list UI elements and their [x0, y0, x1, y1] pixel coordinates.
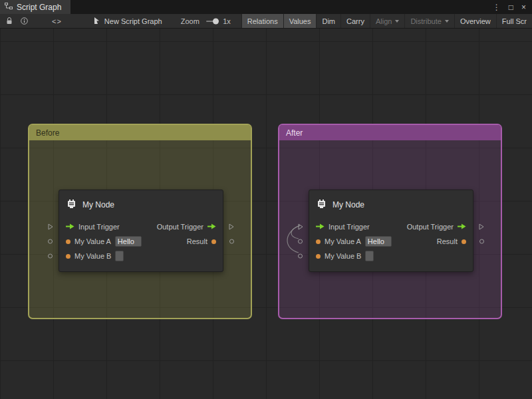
zoom-label: Zoom — [181, 17, 200, 25]
port-row-value-a: My Value A Result — [309, 234, 473, 249]
value-a-port-icon[interactable] — [316, 239, 321, 244]
value-b-ext-port[interactable] — [48, 254, 53, 259]
zoom-slider-knob[interactable] — [213, 18, 219, 24]
value-b-label: My Value B — [74, 252, 111, 260]
window-tab-bar: Script Graph ⋮ □ × — [0, 0, 532, 14]
button-label: Distribute — [410, 17, 441, 25]
group-after-header[interactable]: After — [279, 125, 501, 140]
zoom-slider[interactable] — [206, 21, 217, 22]
node-my-node-after[interactable]: My Node Input Trigger Output Trigger — [309, 190, 473, 272]
input-trigger-label: Input Trigger — [78, 223, 120, 231]
graph-cursor-icon — [94, 17, 100, 26]
port-row-value-b: My Value B — [59, 249, 223, 263]
result-port-icon[interactable] — [462, 239, 466, 244]
node-my-node-before[interactable]: My Node Input Trigger Output Trigger — [59, 190, 223, 272]
graph-name-label: New Script Graph — [104, 17, 162, 25]
output-trigger-ext-port[interactable] — [229, 223, 234, 230]
align-button: Align — [370, 14, 404, 28]
dropdown-caret-icon — [445, 20, 449, 23]
tab-script-graph[interactable]: Script Graph — [0, 0, 70, 14]
toolbar-button-group: Relations Values Dim Carry Align Distrib… — [241, 14, 532, 28]
dim-button[interactable]: Dim — [316, 14, 340, 28]
dropdown-caret-icon — [395, 20, 399, 23]
output-trigger-ext-port[interactable] — [479, 223, 484, 230]
value-a-ext-port[interactable] — [298, 239, 303, 244]
value-a-label: My Value A — [74, 237, 111, 245]
output-trigger-label: Output Trigger — [157, 223, 203, 231]
value-a-input[interactable] — [365, 236, 392, 247]
value-b-input[interactable] — [115, 251, 124, 261]
value-b-input[interactable] — [365, 251, 374, 261]
info-icon[interactable] — [17, 14, 32, 28]
value-b-label: My Value B — [325, 252, 361, 260]
port-row-value-a: My Value A Result — [59, 234, 223, 249]
button-label: Dim — [322, 17, 335, 25]
script-graph-icon — [5, 2, 13, 12]
node-title: My Node — [332, 200, 364, 209]
result-port-icon[interactable] — [211, 239, 216, 244]
output-trigger-label: Output Trigger — [407, 223, 454, 231]
result-label: Result — [187, 237, 207, 245]
window-controls: ⋮ □ × — [493, 0, 532, 14]
result-label: Result — [437, 237, 458, 245]
overview-button[interactable]: Overview — [454, 14, 496, 28]
kebab-menu-icon[interactable]: ⋮ — [493, 3, 501, 11]
close-icon[interactable]: × — [521, 3, 526, 11]
node-header[interactable]: My Node — [309, 190, 473, 219]
group-title: After — [286, 128, 303, 138]
tab-bar-spacer — [70, 0, 492, 14]
input-trigger-label: Input Trigger — [329, 223, 370, 231]
node-icon — [66, 199, 76, 211]
node-header[interactable]: My Node — [59, 190, 223, 219]
carry-button[interactable]: Carry — [340, 14, 370, 28]
node-icon — [317, 199, 327, 211]
flow-in-arrow-icon[interactable] — [316, 223, 325, 231]
port-row-value-b: My Value B — [309, 249, 473, 263]
node-title: My Node — [82, 200, 114, 209]
button-label: Values — [289, 17, 311, 25]
group-title: Before — [36, 128, 59, 138]
value-b-port-icon[interactable] — [316, 254, 321, 259]
button-label: Overview — [460, 17, 491, 25]
input-trigger-ext-port[interactable] — [48, 223, 53, 230]
button-label: Relations — [247, 17, 278, 25]
button-label: Carry — [346, 17, 364, 25]
group-before-header[interactable]: Before — [29, 125, 251, 140]
maximize-icon[interactable]: □ — [509, 3, 513, 11]
value-b-ext-port[interactable] — [298, 254, 303, 259]
zoom-value: 1x — [223, 17, 231, 25]
input-trigger-ext-port[interactable] — [298, 223, 303, 230]
result-ext-port[interactable] — [479, 239, 484, 244]
value-a-ext-port[interactable] — [48, 239, 53, 244]
port-row-trigger: Input Trigger Output Trigger — [59, 219, 223, 234]
flow-out-arrow-icon[interactable] — [207, 223, 216, 231]
relations-button[interactable]: Relations — [241, 14, 283, 28]
graph-canvas[interactable]: Before My Node Input Trigger Output Trig… — [0, 29, 532, 399]
graph-name: New Script Graph — [94, 17, 162, 26]
values-button[interactable]: Values — [283, 14, 317, 28]
button-label: Full Scr — [502, 17, 527, 25]
port-row-trigger: Input Trigger Output Trigger — [309, 219, 473, 234]
value-a-input[interactable] — [115, 236, 142, 247]
node-port-rows: Input Trigger Output Trigger My Value A … — [309, 219, 473, 271]
code-icon[interactable]: <> — [48, 14, 66, 28]
graph-toolbar: <> New Script Graph Zoom 1x Relations Va… — [0, 14, 532, 29]
fullscreen-button[interactable]: Full Scr — [496, 14, 532, 28]
value-a-port-icon[interactable] — [66, 239, 70, 244]
flow-in-arrow-icon[interactable] — [66, 223, 74, 231]
lock-icon[interactable] — [2, 14, 17, 28]
group-before[interactable]: Before My Node Input Trigger Output Trig… — [28, 124, 252, 319]
button-label: Align — [376, 17, 392, 25]
value-b-port-icon[interactable] — [66, 254, 70, 259]
flow-out-arrow-icon[interactable] — [458, 223, 466, 231]
tab-label: Script Graph — [17, 3, 61, 12]
value-a-label: My Value A — [325, 237, 361, 245]
node-port-rows: Input Trigger Output Trigger My Value A … — [59, 219, 223, 271]
result-ext-port[interactable] — [229, 239, 234, 244]
distribute-button: Distribute — [404, 14, 454, 28]
group-after[interactable]: After My Node Input Trigger Output Trigg… — [278, 124, 502, 319]
